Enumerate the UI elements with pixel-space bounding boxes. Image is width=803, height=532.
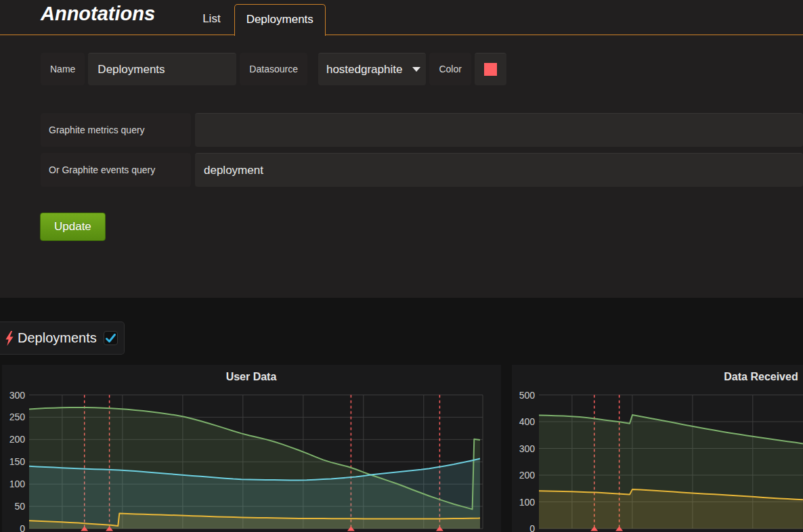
svg-text:400: 400 xyxy=(519,416,536,427)
tabs-bar: Annotations List Deployments xyxy=(0,0,803,35)
svg-text:100: 100 xyxy=(9,479,26,489)
svg-text:250: 250 xyxy=(9,412,26,422)
svg-text:500: 500 xyxy=(519,390,536,401)
annotation-edit-form: Name Datasource hostedgraphite Color Gra… xyxy=(0,35,803,241)
svg-text:0: 0 xyxy=(529,523,535,532)
datasource-value: hostedgraphite xyxy=(326,63,402,76)
events-query-row: Or Graphite events query xyxy=(41,153,803,187)
svg-text:300: 300 xyxy=(519,443,536,454)
dashboard: Deployments 050100150200250300User Data … xyxy=(0,298,803,532)
svg-text:100: 100 xyxy=(519,497,536,508)
events-query-input[interactable] xyxy=(195,153,803,187)
svg-text:300: 300 xyxy=(9,390,26,401)
datasource-select[interactable]: hostedgraphite xyxy=(318,53,426,85)
events-query-label: Or Graphite events query xyxy=(41,153,191,187)
color-swatch[interactable] xyxy=(484,63,497,76)
page-title: Annotations xyxy=(41,0,155,27)
svg-text:50: 50 xyxy=(14,501,25,512)
annotation-toggle-label: Deployments xyxy=(18,330,97,346)
metrics-query-label: Graphite metrics query xyxy=(41,113,191,147)
color-picker[interactable] xyxy=(475,53,506,85)
data-received-chart: 0100200300400500Data Received xyxy=(512,365,803,532)
svg-text:200: 200 xyxy=(9,434,26,445)
svg-text:Data Received: Data Received xyxy=(724,371,798,382)
annotation-checkbox[interactable] xyxy=(104,331,118,345)
name-datasource-row: Name Datasource hostedgraphite Color xyxy=(41,53,803,85)
submenu: Deployments xyxy=(0,298,803,355)
bolt-icon xyxy=(5,331,14,346)
panels-row: 050100150200250300User Data 010020030040… xyxy=(0,365,803,532)
tab-deployments[interactable]: Deployments xyxy=(234,4,326,36)
tab-list[interactable]: List xyxy=(189,4,234,35)
panel-data-received[interactable]: 0100200300400500Data Received xyxy=(512,365,803,532)
name-label: Name xyxy=(41,53,85,85)
check-icon xyxy=(105,332,116,344)
chevron-down-icon xyxy=(412,67,420,72)
user-data-chart: 050100150200250300User Data xyxy=(2,365,501,532)
svg-text:150: 150 xyxy=(9,456,26,467)
name-input[interactable] xyxy=(88,53,236,85)
metrics-query-input[interactable] xyxy=(195,113,803,147)
datasource-label: Datasource xyxy=(240,53,307,85)
svg-text:User Data: User Data xyxy=(226,371,277,382)
annotations-editor: Annotations List Deployments Name Dataso… xyxy=(0,0,803,298)
update-button[interactable]: Update xyxy=(40,213,106,241)
metrics-query-row: Graphite metrics query xyxy=(41,113,803,147)
panel-user-data[interactable]: 050100150200250300User Data xyxy=(2,365,501,532)
annotation-toggle-deployments[interactable]: Deployments xyxy=(0,322,125,355)
svg-text:0: 0 xyxy=(20,523,25,532)
color-label: Color xyxy=(429,53,471,85)
svg-text:200: 200 xyxy=(519,470,536,481)
